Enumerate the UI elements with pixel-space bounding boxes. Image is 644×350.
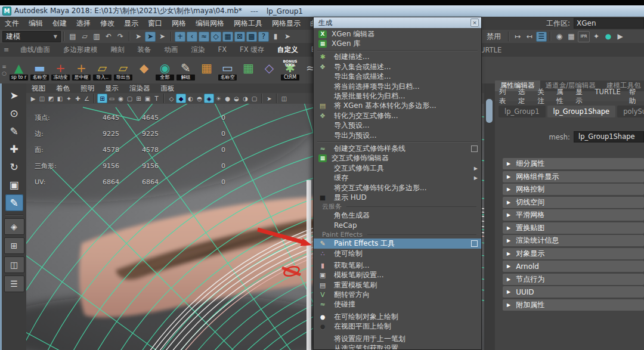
attribute-section-11[interactable]: ▶附加属性 (503, 299, 644, 311)
attribute-editor-menu-item[interactable]: 显示 (571, 88, 590, 106)
grid-icon[interactable]: ⊞ (97, 94, 107, 103)
menu-item[interactable]: 将交互式修饰转化为多边形... (314, 183, 481, 193)
menubar-item[interactable]: 编辑 (24, 18, 48, 29)
menu-item[interactable]: ✎Paint Effects 工具 (314, 239, 481, 248)
shelf-namespace-button[interactable]: ▬名称空 (30, 59, 49, 82)
highlight-selection-icon[interactable]: ➤ (282, 32, 293, 42)
attribute-editor-menu-item[interactable]: 选定 (514, 88, 533, 106)
plane-icon[interactable]: ▢ (250, 94, 259, 103)
viewport-menu-item[interactable]: 面板 (156, 84, 180, 93)
new-scene-icon[interactable]: ▤ (67, 32, 78, 42)
attribute-section-7[interactable]: ▶对象显示 (503, 248, 644, 259)
attribute-section-5[interactable]: ▶置换贴图 (503, 222, 644, 234)
attribute-editor-menu-item[interactable]: 列表 (495, 88, 514, 106)
use-all-lights-icon[interactable]: ◓ (195, 94, 204, 103)
axis-icon[interactable]: ✚ (73, 94, 82, 103)
generate-menu-titlebar[interactable]: 生成 × (314, 17, 481, 28)
shelf-menu-icon[interactable]: ≡ (4, 46, 9, 54)
shelf-tab[interactable]: FX (212, 45, 234, 54)
safe-action-icon[interactable]: ▣ (143, 94, 152, 103)
shelf-options-icon[interactable]: ≡ ○ (0, 64, 8, 77)
gear-icon[interactable]: ○ (2, 70, 7, 77)
expand-arrow-icon[interactable]: ▶ (507, 212, 510, 218)
attribute-section-3[interactable]: ▶切线空间 (503, 197, 644, 208)
expand-arrow-icon[interactable]: ▶ (507, 302, 510, 308)
shelf-ungroup-button[interactable]: ✎解组 (176, 59, 196, 82)
menubar-item[interactable]: 显示 (119, 18, 143, 29)
attribute-section-9[interactable]: ▶节点行为 (503, 274, 644, 285)
shelf-tab[interactable]: 自定义 (271, 45, 305, 54)
ipr-render-icon[interactable]: IPR (578, 31, 590, 42)
viewport-menu-item[interactable]: 视图 (26, 84, 51, 93)
xray-joints-icon[interactable]: ◒ (232, 94, 241, 103)
paint-effects-tool-icon[interactable]: ✎ (5, 194, 23, 211)
mesh-name-field[interactable]: lp_Group1Shape (574, 131, 644, 143)
shelf-tab[interactable]: 雕刻 (104, 45, 131, 54)
menu-item[interactable]: 将当前选择项导出为归档... (314, 82, 481, 91)
option-box-icon[interactable] (471, 145, 478, 152)
input-connections-icon[interactable]: ↦ (512, 32, 523, 42)
menu-item[interactable]: XXGen 编辑器 (314, 29, 481, 39)
window-titlebar[interactable]: M Autodesk Maya 2018: E:\01方\制作\2021\少女\… (0, 5, 644, 17)
wireframe-on-shaded-icon[interactable]: ◈ (204, 94, 214, 103)
pane-menu-icon[interactable]: ◫ (280, 94, 289, 103)
textured-icon[interactable]: ◐ (186, 94, 195, 103)
menu-item[interactable]: ❖转化为交互式修饰... (314, 111, 481, 120)
select-tool-icon[interactable]: ➤ (5, 87, 23, 104)
wireframe-icon[interactable]: ◇ (167, 94, 176, 103)
option-box-icon[interactable] (471, 240, 478, 247)
shelf-tab[interactable]: 动画 (158, 45, 185, 54)
render-view-icon[interactable]: ◉ (554, 32, 565, 42)
viewport-menu-item[interactable]: 渲染器 (124, 84, 156, 93)
snap-to-point-icon[interactable]: ≈ (199, 32, 209, 42)
lock-icon[interactable]: ▮ (270, 32, 281, 42)
light-icon[interactable]: ✦ (64, 94, 73, 103)
gate-mask-icon[interactable]: ▢ (125, 94, 134, 103)
shelf-plane-button[interactable]: ◆ (134, 59, 154, 82)
layout-two-pane-button-icon[interactable]: ◫ (4, 256, 24, 273)
node-tab[interactable]: polySurfaceSh (617, 106, 644, 117)
menu-item[interactable]: 缓存▶ (314, 173, 481, 182)
attribute-section-1[interactable]: ▶网格组件显示 (503, 171, 644, 182)
menu-set-select[interactable]: 建模 ▼ (2, 31, 61, 42)
render-current-frame-icon[interactable]: ▦ (566, 32, 577, 42)
shelf-tab[interactable]: 装备 (131, 45, 158, 54)
menu-item[interactable]: V翻转管方向 (314, 290, 481, 299)
default-material-icon[interactable]: ☀ (214, 94, 223, 103)
snap-help-icon[interactable]: ? (258, 32, 269, 42)
symmetry-status[interactable]: 禁用 (487, 32, 501, 42)
menu-item[interactable]: ▮获取笔刷... (314, 261, 481, 270)
attribute-section-10[interactable]: ▶UUID (503, 286, 644, 298)
output-connections-icon[interactable]: ↤ (524, 32, 535, 42)
menubar-item[interactable]: 窗口 (143, 18, 167, 29)
hypershade-icon[interactable]: ● (603, 32, 614, 42)
attribute-section-0[interactable]: ▶细分属性 (503, 158, 644, 169)
xray-icon[interactable]: ● (223, 94, 232, 103)
scale-tool-icon[interactable]: ▣ (5, 176, 23, 193)
shaded-icon[interactable]: ◆ (176, 94, 186, 103)
menubar-item[interactable]: 网格 (167, 18, 191, 29)
menu-item[interactable]: ■显示 HUD (314, 193, 481, 202)
undo-icon[interactable]: ↶ (103, 32, 114, 42)
shelf-bonus-tools-button[interactable]: ✱BONUS TOOLCtRM (280, 59, 300, 82)
menu-item[interactable]: ▦交互式修饰编辑器 (314, 154, 481, 163)
shelf-show-all-button[interactable]: ◉全部 (155, 59, 175, 82)
attribute-editor-menu-item[interactable]: 关注 (533, 88, 552, 106)
close-icon[interactable]: × (470, 18, 479, 27)
menu-item[interactable]: ▦XGen 库 (314, 39, 481, 48)
shelf-export-button[interactable]: ▱导出当 (113, 59, 133, 82)
panel-divider-handle[interactable] (486, 99, 493, 123)
menu-item[interactable]: 场景批量转化为归档... (314, 91, 481, 101)
shelf-freeze-transform-button[interactable]: +冻结变 (51, 59, 70, 82)
select-hierarchy-icon[interactable]: ➤ (133, 32, 144, 42)
layout-outliner-button-icon[interactable]: ☰ (4, 275, 24, 292)
menu-item[interactable]: ●在可绘制对象上绘制 (314, 312, 481, 321)
shelf-tab[interactable]: 多边形建模 (57, 45, 104, 54)
menu-item[interactable]: 从选定笔划获取设置 (314, 343, 481, 350)
open-scene-icon[interactable]: ▱ (79, 32, 90, 42)
menubar-item[interactable]: 选择 (72, 18, 95, 29)
menu-item[interactable]: 角色生成器 (314, 211, 481, 221)
shelf-center-pivot-button[interactable]: +居中枢 (72, 59, 91, 82)
rotate-tool-icon[interactable]: ↻ (5, 159, 23, 175)
node-tab[interactable]: lp_Group1 (499, 106, 546, 117)
